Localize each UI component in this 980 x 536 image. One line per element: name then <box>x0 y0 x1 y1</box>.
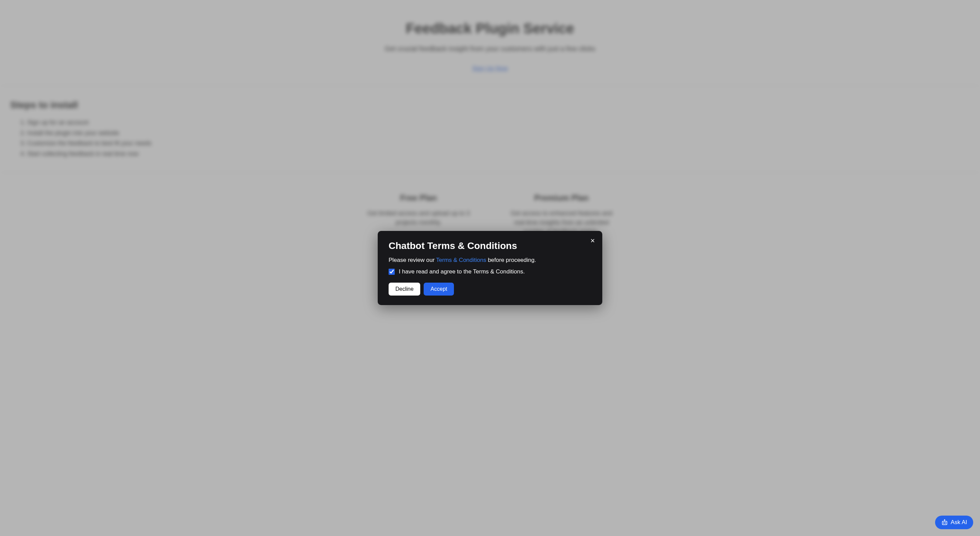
ask-ai-label: Ask AI <box>951 519 967 526</box>
agree-checkbox[interactable] <box>388 269 395 275</box>
svg-rect-0 <box>942 522 947 525</box>
svg-point-3 <box>945 523 946 523</box>
modal-overlay[interactable]: × Chatbot Terms & Conditions Please revi… <box>0 0 980 536</box>
modal-button-row: Decline Accept <box>388 282 592 295</box>
svg-point-2 <box>943 523 944 523</box>
modal-intro-suffix: before proceeding. <box>486 257 536 263</box>
svg-point-1 <box>944 520 945 520</box>
bot-icon <box>941 519 948 526</box>
decline-button[interactable]: Decline <box>388 282 420 295</box>
agree-checkbox-label[interactable]: I have read and agree to the Terms & Con… <box>399 268 525 275</box>
modal-title: Chatbot Terms & Conditions <box>388 241 592 251</box>
accept-button[interactable]: Accept <box>424 282 454 295</box>
terms-modal: × Chatbot Terms & Conditions Please revi… <box>378 231 602 305</box>
terms-link[interactable]: Terms & Conditions <box>436 257 486 263</box>
close-button[interactable]: × <box>589 236 596 246</box>
ask-ai-button[interactable]: Ask AI <box>935 515 973 529</box>
close-icon: × <box>590 236 595 245</box>
modal-intro: Please review our Terms & Conditions bef… <box>388 257 592 263</box>
agree-checkbox-row: I have read and agree to the Terms & Con… <box>388 268 592 275</box>
modal-intro-prefix: Please review our <box>388 257 436 263</box>
